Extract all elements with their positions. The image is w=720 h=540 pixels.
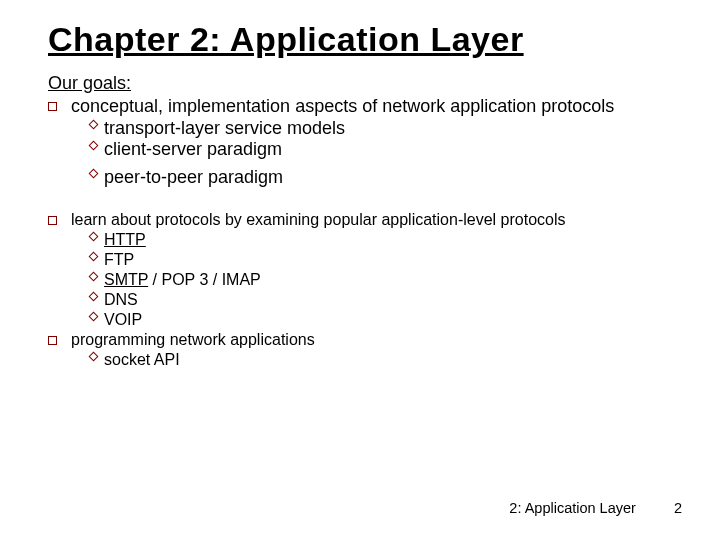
- slide-footer: 2: Application Layer 2: [509, 500, 682, 516]
- subbullet-text: socket API: [104, 350, 180, 370]
- bullet-conceptual: conceptual, implementation aspects of ne…: [48, 96, 672, 118]
- subbullet-dns: DNS: [48, 290, 672, 310]
- subbullet-transport-models: transport-layer service models: [48, 118, 672, 140]
- bullet-text: learn about protocols by examining popul…: [71, 210, 566, 230]
- bullet-programming-apps: programming network applications: [48, 330, 672, 350]
- square-bullet-icon: [48, 336, 57, 345]
- bullet-text: conceptual, implementation aspects of ne…: [71, 96, 614, 118]
- bullet-learn-protocols: learn about protocols by examining popul…: [48, 210, 672, 230]
- subbullet-http: HTTP: [48, 230, 672, 250]
- subbullet-voip: VOIP: [48, 310, 672, 330]
- slide: Chapter 2: Application Layer Our goals: …: [0, 0, 720, 540]
- subbullet-text: SMTP / POP 3 / IMAP: [104, 270, 261, 290]
- subbullet-text: FTP: [104, 250, 134, 270]
- page-title: Chapter 2: Application Layer: [48, 20, 672, 59]
- square-bullet-icon: [48, 216, 57, 225]
- subbullet-peer-to-peer: peer-to-peer paradigm: [48, 167, 672, 189]
- subbullet-text: transport-layer service models: [104, 118, 345, 140]
- subbullet-socket-api: socket API: [48, 350, 672, 370]
- subbullet-ftp: FTP: [48, 250, 672, 270]
- subbullet-text: client-server paradigm: [104, 139, 282, 161]
- square-bullet-icon: [48, 102, 57, 111]
- subbullet-text: HTTP: [104, 230, 146, 250]
- subbullet-text: VOIP: [104, 310, 142, 330]
- goals-subhead: Our goals:: [48, 73, 672, 94]
- page-number: 2: [674, 500, 682, 516]
- bullet-text: programming network applications: [71, 330, 315, 350]
- subbullet-text: DNS: [104, 290, 138, 310]
- subbullet-client-server: client-server paradigm: [48, 139, 672, 161]
- subbullet-text: peer-to-peer paradigm: [104, 167, 283, 189]
- subbullet-smtp: SMTP / POP 3 / IMAP: [48, 270, 672, 290]
- footer-label: 2: Application Layer: [509, 500, 636, 516]
